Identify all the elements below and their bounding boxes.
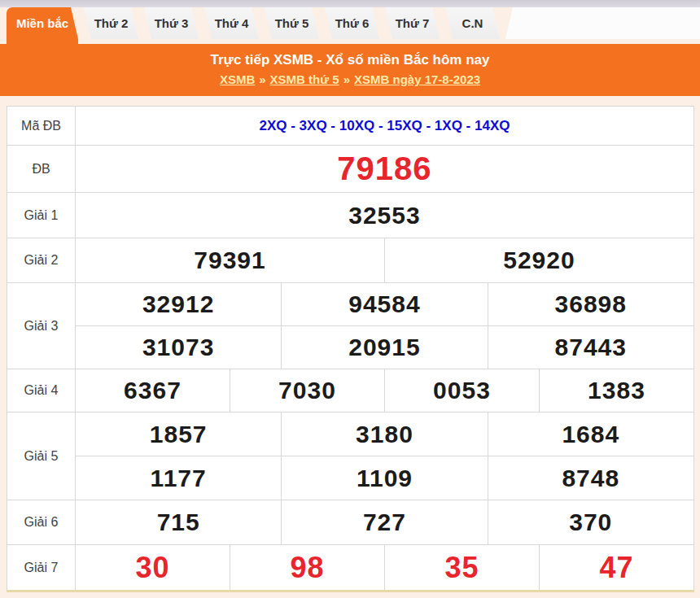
breadcrumb: XSMB»XSMB thứ 5»XSMB ngày 17-8-2023 xyxy=(0,72,700,88)
prize1-value: 32553 xyxy=(76,193,694,238)
tab-thu-5[interactable]: Thứ 5 xyxy=(265,7,319,39)
table-row: Giải 6 715 727 370 xyxy=(7,500,694,545)
special-code-value: 2XQ - 3XQ - 10XQ - 15XQ - 1XQ - 14XQ xyxy=(76,107,694,146)
tab-mien-bac[interactable]: Miền bắc xyxy=(7,7,78,39)
special-prize-value: 79186 xyxy=(76,146,694,193)
prize4-value: 0053 xyxy=(384,369,539,412)
table-row: Giải 5 1857 3180 1684 xyxy=(7,412,694,456)
prize5-value: 3180 xyxy=(282,412,488,456)
prize5-value: 1109 xyxy=(282,456,488,500)
prize1-label: Giải 1 xyxy=(7,193,76,238)
prize5-value: 1177 xyxy=(76,456,282,500)
prize2-value: 79391 xyxy=(76,238,385,283)
prize7-value: 98 xyxy=(230,545,384,591)
prize3-value: 20915 xyxy=(282,326,488,369)
prize3-value: 36898 xyxy=(488,283,693,326)
prize3-label: Giải 3 xyxy=(7,283,76,369)
page-title: Trực tiếp XSMB - Xổ số miền Bắc hôm nay xyxy=(0,51,700,69)
prize4-value: 7030 xyxy=(230,369,384,412)
prize6-label: Giải 6 xyxy=(7,500,76,545)
prize3-value: 94584 xyxy=(282,283,488,326)
tab-bar: Miền bắc Thứ 2 Thứ 3 Thứ 4 Thứ 5 Thứ 6 T… xyxy=(0,7,700,39)
tab-thu-3[interactable]: Thứ 3 xyxy=(144,7,199,39)
table-row: Giải 4 6367 7030 0053 1383 xyxy=(7,369,694,412)
special-prize-label: ĐB xyxy=(7,146,76,193)
breadcrumb-link-xsmb-date[interactable]: XSMB ngày 17-8-2023 xyxy=(354,72,480,86)
table-row: Mã ĐB 2XQ - 3XQ - 10XQ - 15XQ - 1XQ - 14… xyxy=(7,107,694,146)
table-row: Giải 1 32553 xyxy=(7,193,694,238)
prize7-value: 47 xyxy=(539,545,693,591)
prize7-label: Giải 7 xyxy=(7,545,76,591)
prize7-value: 30 xyxy=(76,545,230,591)
prize5-label: Giải 5 xyxy=(7,412,76,500)
table-row: Giải 3 32912 94584 36898 xyxy=(7,283,694,326)
code-label: Mã ĐB xyxy=(7,107,76,146)
breadcrumb-separator: » xyxy=(339,72,354,86)
page-header: Trực tiếp XSMB - Xổ số miền Bắc hôm nay … xyxy=(0,44,700,96)
tab-thu-4[interactable]: Thứ 4 xyxy=(204,7,259,39)
results-table-container: Mã ĐB 2XQ - 3XQ - 10XQ - 15XQ - 1XQ - 14… xyxy=(0,96,700,592)
prize2-label: Giải 2 xyxy=(7,238,76,283)
prize3-value: 32912 xyxy=(76,283,282,326)
table-row: ĐB 79186 xyxy=(7,146,694,193)
tab-filler xyxy=(505,7,700,39)
prize2-value: 52920 xyxy=(384,238,693,283)
breadcrumb-separator: » xyxy=(255,72,269,86)
results-table: Mã ĐB 2XQ - 3XQ - 10XQ - 15XQ - 1XQ - 14… xyxy=(7,106,694,592)
breadcrumb-link-xsmb[interactable]: XSMB xyxy=(220,72,255,86)
prize6-value: 715 xyxy=(76,500,282,545)
table-row: 31073 20915 87443 xyxy=(7,326,694,369)
prize3-value: 87443 xyxy=(488,326,693,369)
prize6-value: 370 xyxy=(488,500,693,545)
top-strip xyxy=(0,0,700,7)
table-row: 1177 1109 8748 xyxy=(7,456,694,500)
prize6-value: 727 xyxy=(282,500,488,545)
prize5-value: 1857 xyxy=(76,412,282,456)
prize4-label: Giải 4 xyxy=(7,369,76,412)
table-row: Giải 2 79391 52920 xyxy=(7,238,694,283)
tab-cn[interactable]: C.N xyxy=(445,7,500,39)
prize5-value: 8748 xyxy=(488,456,693,500)
prize3-value: 31073 xyxy=(76,326,282,369)
breadcrumb-link-xsmb-thu5[interactable]: XSMB thứ 5 xyxy=(270,72,339,86)
prize4-value: 1383 xyxy=(539,369,693,412)
table-row: Giải 7 30 98 35 47 xyxy=(7,545,694,591)
prize5-value: 1684 xyxy=(488,412,693,456)
tab-thu-6[interactable]: Thứ 6 xyxy=(325,7,379,39)
tab-thu-2[interactable]: Thứ 2 xyxy=(84,7,138,39)
tab-thu-7[interactable]: Thứ 7 xyxy=(385,7,440,39)
prize7-value: 35 xyxy=(384,545,539,591)
prize4-value: 6367 xyxy=(76,369,230,412)
active-tab-bridge xyxy=(7,39,78,44)
